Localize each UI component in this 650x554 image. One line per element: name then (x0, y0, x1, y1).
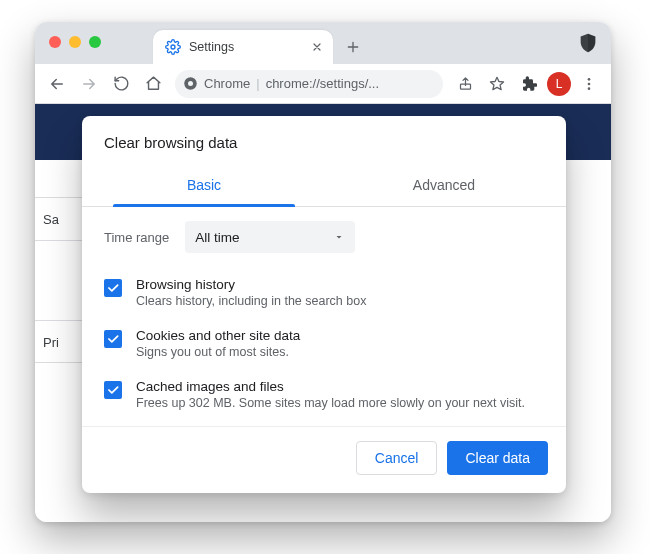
security-shield-icon[interactable] (577, 32, 599, 54)
checkbox-browsing-history[interactable] (104, 279, 122, 297)
time-range-label: Time range (104, 230, 169, 245)
omnibox-url: chrome://settings/... (266, 76, 379, 91)
checkbox-cookies[interactable] (104, 330, 122, 348)
minimize-window-button[interactable] (69, 36, 81, 48)
clear-data-button[interactable]: Clear data (447, 441, 548, 475)
time-range-row: Time range All time (104, 221, 544, 253)
tab-strip: Settings (35, 22, 611, 64)
forward-button[interactable] (75, 70, 103, 98)
option-title: Cached images and files (136, 379, 525, 394)
gear-icon (165, 39, 181, 55)
menu-button[interactable] (575, 70, 603, 98)
dialog-title: Clear browsing data (82, 116, 566, 157)
cancel-button-label: Cancel (375, 450, 419, 466)
extensions-button[interactable] (515, 70, 543, 98)
svg-point-2 (188, 81, 193, 86)
option-title: Cookies and other site data (136, 328, 300, 343)
new-tab-button[interactable] (339, 33, 367, 61)
reload-button[interactable] (107, 70, 135, 98)
svg-point-4 (588, 78, 591, 81)
option-cookies: Cookies and other site data Signs you ou… (104, 318, 544, 369)
option-desc: Clears history, including in the search … (136, 294, 366, 308)
zoom-window-button[interactable] (89, 36, 101, 48)
option-title: Browsing history (136, 277, 366, 292)
share-button[interactable] (451, 70, 479, 98)
browser-toolbar: Chrome | chrome://settings/... L (35, 64, 611, 104)
chevron-down-icon (333, 231, 345, 243)
address-bar[interactable]: Chrome | chrome://settings/... (175, 70, 443, 98)
window-controls (49, 36, 101, 48)
checkbox-cached[interactable] (104, 381, 122, 399)
close-window-button[interactable] (49, 36, 61, 48)
back-button[interactable] (43, 70, 71, 98)
tab-advanced-label: Advanced (413, 177, 475, 193)
time-range-select[interactable]: All time (185, 221, 355, 253)
svg-point-5 (588, 82, 591, 85)
tab-advanced[interactable]: Advanced (324, 165, 564, 206)
option-cached: Cached images and files Frees up 302 MB.… (104, 369, 544, 420)
avatar-initial: L (556, 77, 563, 91)
close-tab-button[interactable] (311, 41, 323, 53)
omnibox-separator: | (256, 76, 259, 91)
svg-point-0 (171, 45, 175, 49)
omnibox-label: Chrome (204, 76, 250, 91)
home-button[interactable] (139, 70, 167, 98)
dialog-tabs: Basic Advanced (82, 165, 566, 207)
tab-basic[interactable]: Basic (84, 165, 324, 206)
chrome-icon (183, 76, 198, 91)
browser-window: Settings (35, 22, 611, 522)
profile-avatar[interactable]: L (547, 72, 571, 96)
time-range-value: All time (195, 230, 239, 245)
svg-point-6 (588, 87, 591, 90)
option-browsing-history: Browsing history Clears history, includi… (104, 267, 544, 318)
dialog-body: Time range All time Browsing history (82, 207, 566, 426)
option-desc: Signs you out of most sites. (136, 345, 300, 359)
clear-data-button-label: Clear data (465, 450, 530, 466)
option-desc: Frees up 302 MB. Some sites may load mor… (136, 396, 525, 410)
cancel-button[interactable]: Cancel (356, 441, 438, 475)
clear-browsing-data-dialog: Clear browsing data Basic Advanced Time … (82, 116, 566, 493)
tab-title: Settings (189, 40, 303, 54)
browser-tab-settings[interactable]: Settings (153, 30, 333, 64)
dialog-actions: Cancel Clear data (82, 426, 566, 493)
bookmark-button[interactable] (483, 70, 511, 98)
tab-basic-label: Basic (187, 177, 221, 193)
